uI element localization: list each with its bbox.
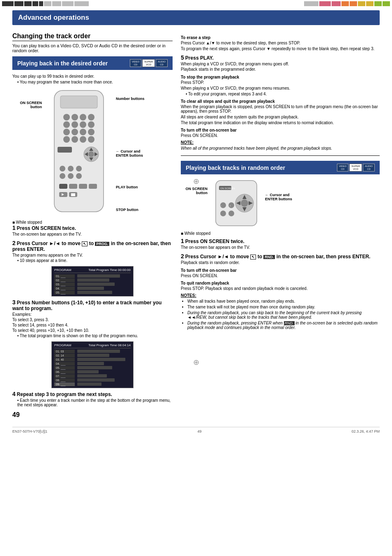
bar-seg xyxy=(14,1,23,6)
page-number: 49 xyxy=(12,411,173,419)
prog-menu-title-2: PROGRAM Total Program Time 08:04:14 xyxy=(54,343,131,348)
while-stopped-left: ■ While stopped xyxy=(12,220,173,225)
left-column: Changing the track order You can play tr… xyxy=(12,32,173,419)
svg-point-25 xyxy=(60,166,65,171)
step-1-left: 1 Press ON SCREEN twice. The on-screen b… xyxy=(12,225,173,236)
advanced-operations-header: Advanced operations xyxy=(12,10,380,25)
clear-all-heading: To clear all steps and quit the program … xyxy=(181,99,380,104)
svg-point-3 xyxy=(71,114,78,120)
prog-entry: 04. ___ xyxy=(54,362,75,366)
svg-text:–: – xyxy=(221,204,222,207)
bar-seg-yellow xyxy=(366,1,374,6)
section-title-changing-track-order: Changing the track order xyxy=(12,32,173,41)
note-item-3: During the random playback, you can skip… xyxy=(187,310,380,320)
note-item-1: When all tracks have been played once, r… xyxy=(187,299,380,303)
prog-entry: 07. ___ xyxy=(54,374,75,378)
remote-diagram-right: ON SCREENbutton ON SCREEN xyxy=(181,178,380,228)
disc-badge-video-bottom: CD xyxy=(132,63,140,66)
prog-entry: 05. ___ xyxy=(54,366,75,370)
svg-point-14 xyxy=(63,136,70,143)
bar-seg-orange xyxy=(350,1,357,6)
prog-bar xyxy=(77,283,115,286)
section-intro-left: You can play tracks on a Video CD, SVCD … xyxy=(12,43,173,53)
disc-badge-audio-cd: AUDIO CD xyxy=(156,59,168,67)
prog-entry: 08. ___ xyxy=(54,378,75,382)
bar-seg xyxy=(2,1,14,6)
on-screen-label-left: ON SCREENbutton xyxy=(12,101,42,109)
bar-seg xyxy=(24,1,32,6)
step-num-1-left: 1 xyxy=(12,225,16,231)
step-sub-2-left: The program menu appears on the TV. xyxy=(12,253,173,257)
prog-menu-1: PROGRAM Total Program Time 00:00:00 01. … xyxy=(51,266,134,297)
right-column: To erase a step Press Cursor ▲/▼ to move… xyxy=(181,32,380,419)
stop-button-label: STOP button xyxy=(116,208,145,212)
desired-order-label: Playing back in the desired order xyxy=(17,60,108,67)
step-sub-1-left: The on-screen bar appears on the TV. xyxy=(12,232,173,236)
turn-off-onscreen-heading-left: To turn off the on-screen bar xyxy=(181,128,380,132)
prog-bars-2 xyxy=(77,350,131,386)
prog-bar xyxy=(77,382,101,386)
prog-bar xyxy=(77,366,112,369)
step-5-sub2: Playback starts in the programmed order. xyxy=(181,67,380,72)
remote-svg-left xyxy=(46,88,112,216)
step-num-2-left: 2 xyxy=(12,240,16,246)
disc-badges-random: VIDEO CD SUPER VCD AUDIO CD xyxy=(337,164,375,171)
prog-bar xyxy=(77,278,109,282)
footer-left: EN37-50TH-V70[U]|1 xyxy=(12,429,47,433)
remote-svg-right: ON SCREEN – + xyxy=(212,178,261,228)
disc-badge-super-vcd: SUPER VCD xyxy=(142,59,155,67)
svg-point-16 xyxy=(80,136,86,143)
prog-entry: 09. ___ xyxy=(54,382,75,386)
disc-badge-audio-bottom: CD xyxy=(158,63,166,66)
bar-seg xyxy=(32,1,38,6)
random-order-label: Playing back tracks in random order xyxy=(186,164,285,171)
svg-rect-18 xyxy=(58,147,72,153)
prog-bar xyxy=(77,358,125,361)
can-play-bullet: • You may program the same tracks more t… xyxy=(17,80,173,84)
bar-seg xyxy=(44,1,51,6)
stop-program-text1: Press STOP. xyxy=(181,80,380,85)
step-sub-2-right: Playback starts in random order. xyxy=(181,260,380,265)
example-2: To select 14, press +10 then 4. xyxy=(12,323,173,327)
step-3-bullet: • The total program time is shown on the… xyxy=(17,334,173,338)
step-text-5: Press PLAY. xyxy=(185,55,214,61)
clear-all-text3: The total program time indication on the… xyxy=(181,120,380,125)
erase-step-heading: To erase a step xyxy=(181,35,380,40)
prog-col-left-1: 01. ___ 02. ___ 03. ___ 04. ___ 05. ___ xyxy=(54,274,75,294)
prog-entry: 02. ___ xyxy=(54,278,75,282)
clear-all-text2: All steps are cleared and the system qui… xyxy=(181,115,380,119)
svg-point-12 xyxy=(80,129,86,135)
bar-seg xyxy=(304,1,318,6)
disc-badge-super-vcd-r: SUPER VCD xyxy=(349,164,362,171)
prog-bar xyxy=(77,362,104,365)
while-stopped-right: ■ While stopped xyxy=(181,231,380,236)
stop-program-text2: When playing a VCD or SVCD, the program … xyxy=(181,86,380,90)
clear-all-text1: When the program playback is stopped, pr… xyxy=(181,104,380,114)
cursor-enter-label-right: ← Cursor andENTER buttons xyxy=(265,178,292,201)
compass-symbol-2: ⊕ xyxy=(193,358,199,367)
disc-badge-audio-cd-r: AUDIO CD xyxy=(363,164,375,171)
svg-point-13 xyxy=(88,129,95,135)
prog-entry: 01. 03 xyxy=(54,350,75,353)
svg-point-26 xyxy=(68,166,74,171)
step-num-4-left: 4 xyxy=(12,391,16,397)
prog-bars-1 xyxy=(77,274,131,294)
step-num-3-left: 3 xyxy=(12,299,16,306)
cursor-enter-label-left: ← Cursor andENTER buttons xyxy=(116,149,145,158)
step-text-3-left: Press Number buttons (1-10, +10) to ente… xyxy=(12,300,161,311)
svg-rect-38 xyxy=(71,193,75,196)
prog-bar xyxy=(77,354,109,357)
note-item-4: During the random playback, pressing ENT… xyxy=(187,321,380,330)
svg-rect-1 xyxy=(60,96,97,108)
svg-point-2 xyxy=(63,114,70,120)
number-buttons-label: Number buttons xyxy=(116,97,145,101)
svg-point-28 xyxy=(60,173,65,179)
svg-point-51 xyxy=(228,211,234,216)
bar-seg-pink xyxy=(319,1,331,6)
step-num-5: 5 xyxy=(181,54,184,61)
prog-time-2: Total Program Time 08:04:14 xyxy=(88,343,131,347)
prog-entry: 04. ___ xyxy=(54,287,75,290)
svg-point-27 xyxy=(76,166,82,171)
prog-entry: 02. 14 xyxy=(54,354,75,357)
turn-off-onscreen-text-left: Press ON SCREEN. xyxy=(181,133,380,138)
